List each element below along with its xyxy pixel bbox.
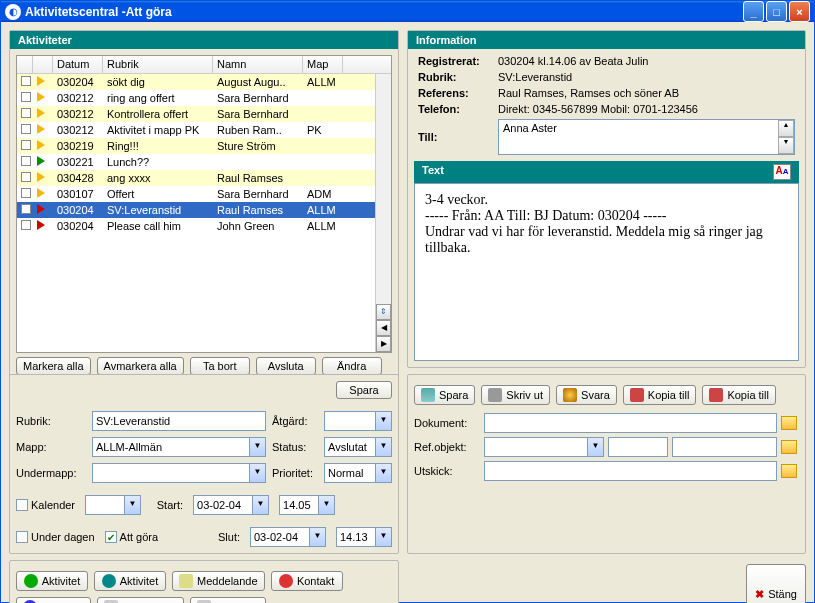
row-checkbox[interactable] [21, 124, 31, 134]
underdagen-checkbox[interactable]: Under dagen [16, 531, 95, 543]
kontakt-button[interactable]: Kontakt [271, 571, 343, 591]
dokument-field[interactable] [484, 413, 777, 433]
row-checkbox[interactable] [21, 92, 31, 102]
form-mapp-input[interactable] [92, 437, 250, 457]
aktivitet-plus-button[interactable]: Aktivitet [94, 571, 166, 591]
refobj-label: Ref.objekt: [414, 441, 480, 453]
flag-icon [37, 92, 45, 102]
refobj-field-2[interactable] [608, 437, 668, 457]
flag-icon [37, 108, 45, 118]
table-row[interactable]: 030204SV:LeveranstidRaul RamsesALLM [17, 202, 391, 218]
row-checkbox[interactable] [21, 204, 31, 214]
delete-button[interactable]: Ta bort [190, 357, 250, 375]
row-checkbox[interactable] [21, 140, 31, 150]
table-row[interactable]: 030107OffertSara BernhardADM [17, 186, 391, 202]
dokument-browse-button[interactable] [781, 416, 797, 430]
form-save-button[interactable]: Spara [336, 381, 392, 399]
list-header[interactable]: Datum Rubrik Namn Map [17, 56, 391, 74]
slut-date-input[interactable] [250, 527, 310, 547]
chevron-down-icon[interactable]: ▼ [319, 495, 335, 515]
reply-icon [563, 388, 577, 402]
form-rubrik-input[interactable] [92, 411, 266, 431]
text-body[interactable]: 3-4 veckor.----- Från: AA Till: BJ Datum… [414, 183, 799, 361]
table-row[interactable]: 030212Kontrollera offertSara Bernhard [17, 106, 391, 122]
info-save-button[interactable]: Spara [414, 385, 475, 405]
chevron-down-icon[interactable]: ▼ [376, 527, 392, 547]
message-icon [179, 574, 193, 588]
start-time-input[interactable] [279, 495, 319, 515]
table-row[interactable]: 030221Lunch?? [17, 154, 391, 170]
chevron-down-icon[interactable]: ▼ [376, 463, 392, 483]
form-atgard-label: Åtgärd: [272, 415, 318, 427]
slut-time-input[interactable] [336, 527, 376, 547]
table-row[interactable]: 030428ang xxxxRaul Ramses [17, 170, 391, 186]
row-checkbox[interactable] [21, 220, 31, 230]
chevron-down-icon[interactable]: ▼ [376, 437, 392, 457]
row-checkbox[interactable] [21, 156, 31, 166]
list-scrollbar[interactable]: ⇕ ◀ ▶ [375, 74, 391, 352]
scroll-left-icon[interactable]: ◀ [376, 320, 391, 336]
table-row[interactable]: 030219Ring!!!Sture Ström [17, 138, 391, 154]
information-header: Information [408, 31, 805, 49]
chevron-down-icon[interactable]: ▼ [253, 495, 269, 515]
form-mapp-label: Mapp: [16, 441, 86, 453]
form-undermapp-input[interactable] [92, 463, 250, 483]
info-tel-value: Direkt: 0345-567899 Mobil: 0701-123456 [498, 103, 795, 115]
form-status-input[interactable] [324, 437, 376, 457]
print-icon [488, 388, 502, 402]
aktivitet-button[interactable]: Aktivitet [16, 571, 88, 591]
refobj-type-field[interactable] [484, 437, 588, 457]
font-format-button[interactable]: AA [773, 164, 791, 180]
form-atgard-input[interactable] [324, 411, 376, 431]
till-down-button[interactable]: ▼ [778, 137, 794, 154]
form-prio-input[interactable] [324, 463, 376, 483]
flag-icon [37, 76, 45, 86]
attgora-checkbox[interactable]: ✔Att göra [105, 531, 159, 543]
chevron-down-icon[interactable]: ▼ [376, 411, 392, 431]
info-ref-value: Raul Ramses, Ramses och söner AB [498, 87, 795, 99]
kalender-checkbox[interactable]: Kalender [16, 499, 75, 511]
flag-icon [37, 124, 45, 134]
row-checkbox[interactable] [21, 108, 31, 118]
till-up-button[interactable]: ▲ [778, 120, 794, 137]
row-checkbox[interactable] [21, 76, 31, 86]
chevron-down-icon[interactable]: ▼ [250, 437, 266, 457]
utskick-browse-button[interactable] [781, 464, 797, 478]
row-checkbox[interactable] [21, 172, 31, 182]
print-button[interactable]: Skriv ut [481, 385, 550, 405]
table-row[interactable]: 030204sökt digAugust Augu..ALLM [17, 74, 391, 90]
unmark-all-button[interactable]: Avmarkera alla [97, 357, 184, 375]
edit-button[interactable]: Ändra [322, 357, 382, 375]
maximize-button[interactable]: □ [766, 1, 787, 22]
copy-to-button[interactable]: Kopia till [623, 385, 697, 405]
start-date-input[interactable] [193, 495, 253, 515]
chevron-down-icon[interactable]: ▼ [125, 495, 141, 515]
save-icon [421, 388, 435, 402]
row-checkbox[interactable] [21, 188, 31, 198]
info-till-value[interactable]: Anna Aster [499, 120, 778, 154]
moteshant-button: Möteshant. [97, 597, 183, 603]
refobj-browse-button[interactable] [781, 440, 797, 454]
scroll-hint-icon[interactable]: ⇕ [376, 304, 391, 320]
mark-all-button[interactable]: Markera alla [16, 357, 91, 375]
chevron-down-icon[interactable]: ▼ [588, 437, 604, 457]
close-window-button[interactable]: ✖Stäng [746, 564, 806, 603]
activities-list[interactable]: Datum Rubrik Namn Map 030204sökt digAugu… [16, 55, 392, 353]
form-start-label: Start: [151, 499, 183, 511]
personal-button[interactable]: Personal [16, 597, 91, 603]
chevron-down-icon[interactable]: ▼ [250, 463, 266, 483]
kalender-color-input[interactable] [85, 495, 125, 515]
table-row[interactable]: 030212Aktivitet i mapp PKRuben Ram..PK [17, 122, 391, 138]
table-row[interactable]: 030204Please call himJohn GreenALLM [17, 218, 391, 234]
table-row[interactable]: 030212ring ang offertSara Bernhard [17, 90, 391, 106]
close-button[interactable]: × [789, 1, 810, 22]
refobj-field-3[interactable] [672, 437, 777, 457]
meddelande-button[interactable]: Meddelande [172, 571, 265, 591]
chevron-down-icon[interactable]: ▼ [310, 527, 326, 547]
scroll-right-icon[interactable]: ▶ [376, 336, 391, 352]
reply-button[interactable]: Svara [556, 385, 617, 405]
minimize-button[interactable]: _ [743, 1, 764, 22]
utskick-field[interactable] [484, 461, 777, 481]
finish-button[interactable]: Avsluta [256, 357, 316, 375]
copy-to-button-2[interactable]: Kopia till [702, 385, 776, 405]
